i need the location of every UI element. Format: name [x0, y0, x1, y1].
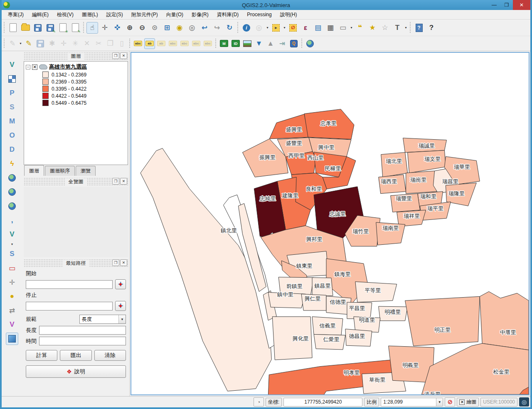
menu-item-settings[interactable]: 設定(S) — [103, 10, 127, 20]
node-tool-icon[interactable]: ✳ — [70, 38, 81, 49]
attribute-table-icon[interactable]: ▤ — [312, 22, 324, 34]
save-project-as-icon[interactable]: ✎ — [44, 22, 56, 34]
menu-item-vector[interactable]: 向量(O) — [163, 10, 187, 20]
layers-panel-float-icon[interactable]: ❐ — [112, 52, 119, 59]
change-label-properties-icon[interactable]: abc — [202, 38, 213, 49]
spit-export-icon[interactable]: ⇥ — [277, 38, 288, 49]
add-db2-layer-icon[interactable]: D — [6, 143, 18, 156]
zoom-native-icon[interactable]: ⊙ — [149, 22, 160, 34]
new-bookmark-icon[interactable]: ★ — [367, 22, 378, 34]
start-input[interactable] — [26, 280, 113, 289]
osm-vector-tool-icon[interactable]: V — [6, 318, 18, 331]
overview-panel-titlebar[interactable]: 全覽圖 ❐ ✕ — [24, 177, 128, 186]
crs-globe-icon[interactable]: ◎ — [519, 397, 529, 407]
road-graph-tool-icon[interactable] — [6, 333, 18, 345]
toolbar-grip[interactable] — [3, 22, 5, 34]
add-wcs-layer-icon[interactable] — [6, 186, 18, 198]
remove-layer-icon[interactable]: ▭ — [6, 262, 18, 274]
shortest-path-panel-titlebar[interactable]: 最短路徑 ❐ ✕ — [24, 259, 128, 267]
help-button[interactable]: ❖ 說明 — [26, 365, 126, 378]
refresh-map-icon[interactable]: ↻ — [224, 22, 235, 34]
calculate-button[interactable]: 計算 — [26, 350, 57, 361]
add-postgis-layer-icon[interactable]: P — [6, 87, 18, 99]
add-feature-icon[interactable]: ✱ — [47, 38, 57, 49]
identify-features-icon[interactable]: i — [241, 22, 252, 34]
zoom-out-icon[interactable]: ⊖ — [136, 22, 148, 34]
pick-stop-point-button[interactable]: ✛ — [115, 301, 126, 311]
measure-line-icon[interactable]: ▭ — [337, 22, 349, 34]
text-annotation-icon[interactable]: T — [392, 22, 403, 34]
save-layer-edits-icon[interactable] — [35, 38, 46, 49]
pin-annotation-tool-icon[interactable]: ● — [6, 290, 18, 303]
menu-item-project[interactable]: 專案(J) — [4, 10, 27, 20]
current-edits-icon[interactable]: ✎ — [7, 38, 18, 49]
layers-panel-titlebar[interactable]: 圖層 ❐ ✕ — [24, 52, 128, 60]
render-checkbox[interactable]: ✕ — [459, 399, 465, 405]
osm-download-icon[interactable]: ▼ — [254, 38, 264, 49]
cut-features-icon[interactable]: ✂ — [93, 38, 104, 49]
add-oracle-layer-icon[interactable]: O — [6, 129, 18, 142]
toolbar-grip[interactable] — [301, 38, 303, 49]
time-input[interactable] — [39, 337, 126, 345]
layer-row[interactable]: − ✕ 高雄市第九選區 — [25, 63, 127, 71]
extents-toggle-icon[interactable]: ◔ — [254, 397, 264, 407]
pin-unpin-labels-icon[interactable]: ab — [144, 38, 155, 49]
export-button[interactable]: 匯出 — [60, 350, 91, 361]
toolbar-grip[interactable] — [409, 22, 411, 34]
add-sqlanywhere-layer-icon[interactable]: ϟ — [6, 158, 18, 170]
overview-panel-close-icon[interactable]: ✕ — [120, 178, 127, 185]
raster-image-tool-icon[interactable] — [242, 38, 253, 49]
add-spatialite-layer-icon[interactable]: S — [6, 101, 18, 113]
text-annotation-dropdown-icon[interactable]: ▾ — [404, 26, 408, 30]
add-raster-layer-icon[interactable] — [6, 73, 18, 85]
new-shapefile-layer-dropdown-icon[interactable]: ▾ — [10, 242, 14, 246]
qspatialite-db-icon[interactable]: Q — [288, 38, 299, 49]
coordinate-input[interactable]: 177755,2499420 — [283, 398, 362, 407]
copy-features-icon[interactable]: ❐ — [105, 38, 116, 49]
crs-status-button[interactable]: USER:100000 — [480, 398, 517, 407]
toolbar-grip[interactable] — [215, 38, 217, 49]
pick-start-point-button[interactable]: ✛ — [115, 279, 126, 289]
swap-tool-icon[interactable]: ⇄ — [6, 304, 18, 317]
add-mssql-layer-icon[interactable]: M — [6, 115, 18, 128]
show-bookmarks-icon[interactable]: ☆ — [379, 22, 391, 34]
new-print-composer-icon[interactable]: ✳ — [57, 22, 69, 34]
touch-zoom-pan-icon[interactable]: ☝ — [86, 22, 98, 34]
overview-panel-float-icon[interactable]: ❐ — [112, 178, 119, 185]
toolbar-grip[interactable] — [3, 38, 5, 49]
stop-render-button[interactable]: ⊘ — [445, 397, 455, 407]
zoom-next-icon[interactable]: ↪ — [211, 22, 223, 34]
scale-select[interactable]: 1:28,099 ▼ — [381, 398, 443, 407]
zoom-to-selection-icon[interactable]: ◉ — [174, 22, 185, 34]
map-region[interactable] — [422, 343, 529, 394]
shortest-path-close-icon[interactable]: ✕ — [120, 259, 127, 266]
length-input[interactable] — [39, 326, 126, 335]
tree-expander-icon[interactable]: − — [26, 65, 30, 69]
add-delimited-text-layer-icon[interactable]: , — [6, 214, 18, 227]
save-project-icon[interactable] — [32, 22, 44, 34]
menu-item-database[interactable]: 資料庫(D) — [213, 10, 243, 20]
show-hide-labels-icon[interactable]: abc — [167, 38, 178, 49]
annotation-crosshair-tool-icon[interactable]: ✛ — [6, 276, 18, 288]
select-features-dropdown-icon[interactable]: ▾ — [283, 26, 286, 30]
map-canvas[interactable]: 忠孝里盛興里盛豐里興中里振興里西甲里西山里民權里良和里忠純里建隆里忠誠里瑞誠里瑞… — [131, 52, 530, 395]
stop-input[interactable] — [26, 302, 113, 310]
menu-item-view[interactable]: 檢視(V) — [53, 10, 77, 20]
whats-this-icon[interactable]: ? — [426, 22, 437, 34]
pan-to-selection-icon[interactable]: ✜ — [111, 22, 123, 34]
criterion-select[interactable]: 長度 ▼ — [79, 315, 126, 324]
zoom-last-icon[interactable]: ↩ — [199, 22, 210, 34]
map-region[interactable] — [381, 153, 408, 177]
menu-item-edit[interactable]: 編輯(E) — [28, 10, 52, 20]
measure-line-dropdown-icon[interactable]: ▾ — [350, 26, 353, 30]
osm-upload-icon[interactable]: ▲ — [265, 38, 276, 49]
run-feature-action-icon[interactable]: ◎ — [253, 22, 265, 34]
chevron-down-icon[interactable]: ▼ — [436, 398, 443, 406]
label-settings-icon[interactable]: abc — [133, 38, 143, 49]
select-features-icon[interactable]: ▸ — [270, 22, 282, 34]
shortest-path-float-icon[interactable]: ❐ — [112, 259, 119, 266]
tab-layers[interactable]: 圖層 — [24, 165, 44, 176]
highlight-pinned-labels-icon[interactable]: ab — [156, 38, 167, 49]
menu-item-plugins[interactable]: 附加元件(P) — [128, 10, 162, 20]
add-wfs-layer-icon[interactable] — [6, 200, 18, 212]
